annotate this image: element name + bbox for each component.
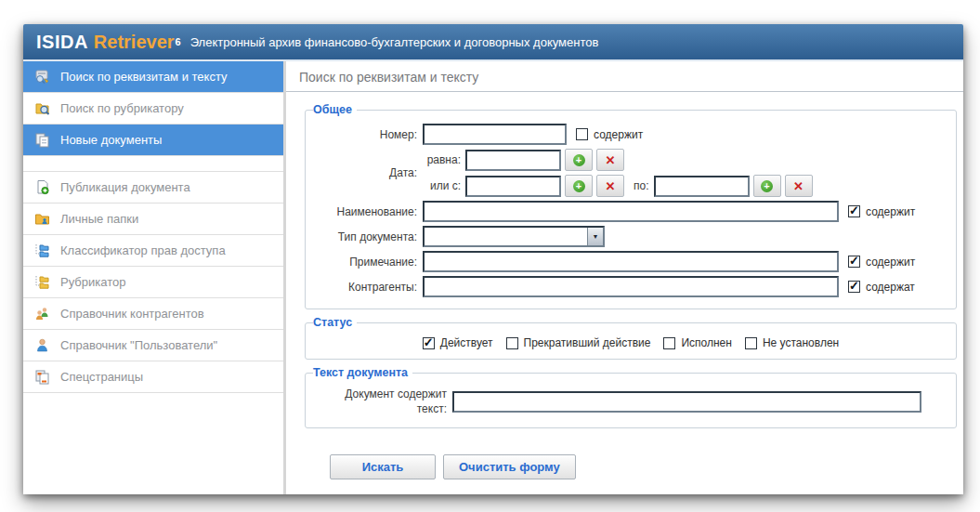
document-text-input[interactable] [452, 391, 921, 413]
publish-document-icon [34, 179, 50, 195]
status-terminated-checkbox[interactable] [506, 337, 518, 349]
sidebar-item-users-directory[interactable]: Справочник "Пользователи" [23, 330, 283, 361]
brand-isida: ISIDA [36, 32, 88, 53]
sidebar-item-publish-document[interactable]: Публикация документа [23, 172, 283, 203]
sidebar-item-label: Справочник "Пользователи" [60, 338, 217, 352]
name-contains-label: содержит [866, 205, 915, 218]
page-title: Поиск по реквизитам и тексту [286, 61, 963, 92]
date-from-remove-button[interactable]: ✕ [596, 175, 624, 197]
contractors-icon [34, 306, 50, 322]
document-text-label: Документ содержит текст: [313, 387, 452, 416]
brand-retriever: Retriever [94, 32, 175, 53]
date-to-remove-button[interactable]: ✕ [785, 175, 813, 197]
section-document-text-legend: Текст документа [313, 366, 412, 379]
search-text-icon [34, 69, 50, 85]
section-status: Статус Действует Прекративший действие [305, 316, 957, 360]
app-subtitle: Электронный архив финансово-бухгалтерски… [190, 35, 599, 49]
status-terminated-label: Прекративший действие [524, 336, 651, 349]
plus-icon: + [761, 180, 773, 192]
number-input[interactable] [423, 124, 567, 145]
date-label: Дата: [313, 166, 423, 179]
name-input[interactable] [423, 201, 839, 222]
doctype-select[interactable]: ▼ [423, 226, 605, 247]
plus-icon: + [573, 180, 585, 192]
search-button[interactable]: Искать [330, 454, 436, 479]
sidebar: Поиск по реквизитам и тексту Поиск по ру… [23, 61, 286, 494]
personal-folders-icon [34, 211, 50, 227]
sidebar-item-label: Личные папки [60, 212, 138, 226]
plus-icon: + [573, 154, 585, 166]
search-rubricator-icon [34, 100, 50, 116]
sidebar-item-label: Спецстраницы [60, 370, 143, 384]
contractors-label: Контрагенты: [313, 281, 423, 294]
date-equals-remove-button[interactable]: ✕ [596, 149, 624, 171]
contractors-contains-checkbox[interactable] [848, 281, 860, 293]
chevron-down-icon[interactable]: ▼ [587, 228, 603, 245]
app-window: ISIDA Retriever 6 Электронный архив фина… [23, 24, 963, 494]
sidebar-item-label: Публикация документа [60, 180, 190, 194]
main-panel: Поиск по реквизитам и тексту Общее Номер… [286, 61, 963, 494]
section-document-text: Текст документа Документ содержит текст: [305, 366, 957, 428]
sidebar-item-special-pages[interactable]: Спецстраницы [23, 361, 283, 393]
special-pages-icon [34, 369, 50, 385]
note-input[interactable] [423, 251, 839, 272]
status-notset-checkbox[interactable] [745, 337, 757, 349]
remove-icon: ✕ [606, 180, 616, 192]
contractors-input[interactable] [423, 276, 839, 297]
date-to-add-button[interactable]: + [753, 175, 781, 197]
sidebar-item-label: Поиск по реквизитам и тексту [60, 70, 228, 84]
date-from-input[interactable] [465, 176, 561, 197]
app-header: ISIDA Retriever 6 Электронный архив фина… [23, 24, 963, 61]
section-general-legend: Общее [313, 103, 357, 116]
date-to-input[interactable] [654, 176, 750, 197]
status-notset-label: Не установлен [763, 336, 839, 349]
sidebar-item-access-classifier[interactable]: Классификатор прав доступа [23, 235, 283, 267]
sidebar-item-label: Новые документы [60, 133, 162, 147]
name-label: Наименование: [313, 205, 423, 218]
sidebar-item-new-documents[interactable]: Новые документы [23, 125, 283, 156]
sidebar-item-search-by-requisites[interactable]: Поиск по реквизитам и тексту [23, 61, 283, 93]
users-icon [34, 337, 50, 353]
sidebar-item-label: Поиск по рубрикатору [60, 101, 184, 115]
number-contains-label: содержит [594, 128, 643, 141]
sidebar-item-personal-folders[interactable]: Личные папки [23, 203, 283, 235]
number-label: Номер: [313, 128, 423, 141]
remove-icon: ✕ [793, 180, 804, 192]
name-contains-checkbox[interactable] [848, 205, 860, 217]
note-label: Примечание: [313, 256, 423, 269]
date-from-add-button[interactable]: + [565, 175, 593, 197]
status-executed-checkbox[interactable] [663, 337, 675, 349]
note-contains-checkbox[interactable] [848, 256, 860, 268]
date-equals-input[interactable] [465, 150, 561, 171]
brand-version: 6 [176, 36, 181, 47]
sidebar-item-label: Классификатор прав доступа [60, 243, 226, 257]
contractors-contains-label: содержат [866, 281, 915, 294]
sidebar-item-search-by-rubricator[interactable]: Поиск по рубрикатору [23, 93, 283, 125]
doctype-label: Тип документа: [313, 230, 423, 243]
date-equals-label: равна: [423, 153, 465, 166]
rubricator-icon [34, 274, 50, 290]
sidebar-spacer [23, 156, 283, 172]
status-executed-label: Исполнен [681, 336, 731, 349]
date-to-label: по: [634, 179, 649, 192]
status-active-label: Действует [440, 336, 493, 349]
number-contains-checkbox[interactable] [576, 128, 588, 140]
section-general: Общее Номер: содержит Дата: р [305, 103, 957, 309]
new-documents-icon [34, 132, 50, 148]
status-active-checkbox[interactable] [423, 337, 435, 349]
sidebar-item-rubricator[interactable]: Рубрикатор [23, 267, 283, 298]
remove-icon: ✕ [606, 154, 616, 166]
sidebar-item-contractors-directory[interactable]: Справочник контрагентов [23, 298, 283, 330]
sidebar-item-label: Справочник контрагентов [60, 307, 204, 321]
section-status-legend: Статус [313, 316, 357, 329]
sidebar-item-label: Рубрикатор [60, 275, 125, 289]
date-equals-add-button[interactable]: + [565, 149, 593, 171]
date-from-label: или с: [423, 179, 465, 192]
clear-form-button[interactable]: Очистить форму [443, 454, 576, 479]
access-rights-icon [34, 243, 50, 258]
note-contains-label: содержит [866, 256, 915, 269]
